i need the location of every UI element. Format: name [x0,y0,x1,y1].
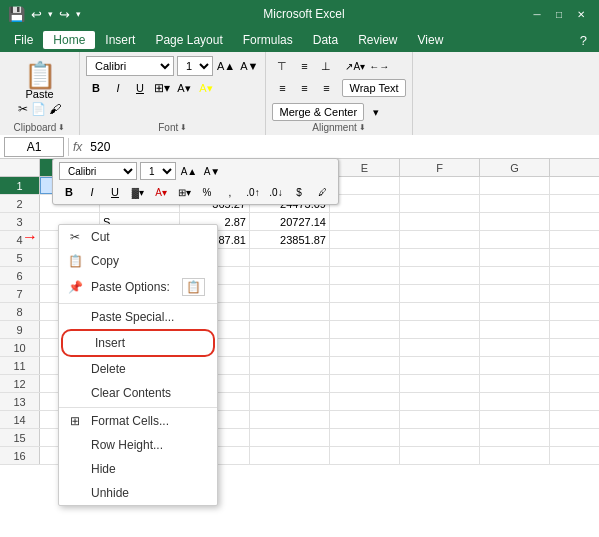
cell[interactable] [480,447,550,464]
copy-button[interactable]: 📄 [31,102,46,116]
align-right-btn[interactable]: ≡ [316,78,336,98]
cell[interactable] [480,411,550,428]
merge-dropdown-btn[interactable]: ▾ [366,102,386,122]
cell[interactable] [330,285,400,302]
cell[interactable] [480,339,550,356]
italic-btn[interactable]: I [108,78,128,98]
help-icon[interactable]: ? [572,31,595,50]
cell[interactable] [400,411,480,428]
undo-icon[interactable]: ↩ [31,7,42,22]
row-number[interactable]: 13 [0,393,40,410]
cell[interactable] [400,393,480,410]
cell[interactable] [400,447,480,464]
context-menu-item-unhide[interactable]: Unhide [59,481,217,505]
font-expand[interactable]: ⬇ [180,123,187,132]
cell[interactable] [480,375,550,392]
cell[interactable] [250,393,330,410]
mini-dollar-btn[interactable]: $ [289,183,309,201]
row-number[interactable]: 5 [0,249,40,266]
cell[interactable] [250,321,330,338]
increase-font-btn[interactable]: A▲ [216,56,236,76]
context-menu-item-row-height[interactable]: Row Height... [59,433,217,457]
paste-button[interactable]: 📋 Paste [24,62,56,100]
cell[interactable] [330,447,400,464]
redo-icon[interactable]: ↪ [59,7,70,22]
row-number[interactable]: 12 [0,375,40,392]
cell[interactable] [400,231,480,248]
cell[interactable]: 23851.87 [250,231,330,248]
cell[interactable] [480,393,550,410]
font-size-select[interactable]: 11 [177,56,213,76]
mini-bold-btn[interactable]: B [59,183,79,201]
mini-increase-font[interactable]: A▲ [179,162,199,180]
context-menu-item-copy[interactable]: 📋Copy [59,249,217,273]
cell[interactable] [250,285,330,302]
cell[interactable] [400,339,480,356]
close-button[interactable]: ✕ [571,4,591,24]
cell[interactable] [250,375,330,392]
align-left-btn[interactable]: ≡ [272,78,292,98]
context-menu-item-clear-contents[interactable]: Clear Contents [59,381,217,405]
context-menu-item-paste-special[interactable]: Paste Special... [59,303,217,329]
cell[interactable] [400,177,480,194]
format-painter-button[interactable]: 🖌 [49,102,61,116]
underline-btn[interactable]: U [130,78,150,98]
mini-dec-inc-btn[interactable]: .0↑ [243,183,263,201]
cell[interactable] [330,195,400,212]
menu-file[interactable]: File [4,31,43,49]
cell[interactable] [400,357,480,374]
merge-center-btn[interactable]: Merge & Center [272,103,364,121]
row-number[interactable]: 11 [0,357,40,374]
cell[interactable]: 20727.14 [250,213,330,230]
context-menu-item-format-cells[interactable]: ⊞Format Cells... [59,407,217,433]
mini-size-select[interactable]: 11 [140,162,176,180]
minimize-button[interactable]: ─ [527,4,547,24]
menu-view[interactable]: View [408,31,454,49]
cell[interactable] [400,429,480,446]
cell[interactable] [400,213,480,230]
cell[interactable] [330,393,400,410]
cell[interactable] [330,411,400,428]
cell[interactable] [250,339,330,356]
cell[interactable] [330,375,400,392]
cell[interactable] [480,231,550,248]
cell[interactable] [400,195,480,212]
menu-formulas[interactable]: Formulas [233,31,303,49]
menu-data[interactable]: Data [303,31,348,49]
cell[interactable] [250,249,330,266]
maximize-button[interactable]: □ [549,4,569,24]
context-menu-item-insert[interactable]: Insert [61,329,215,357]
mini-cond-format-btn[interactable]: 🖊 [312,183,332,201]
row-number[interactable]: 6 [0,267,40,284]
row-number[interactable]: 16 [0,447,40,464]
cell[interactable] [400,285,480,302]
cell[interactable] [330,213,400,230]
paste-option-icon[interactable]: 📋 [182,278,205,296]
cell[interactable] [480,357,550,374]
context-menu-item-delete[interactable]: Delete [59,357,217,381]
mini-thousands-btn[interactable]: , [220,183,240,201]
context-menu-item-cut[interactable]: ✂Cut [59,225,217,249]
cell[interactable] [330,303,400,320]
alignment-expand[interactable]: ⬇ [359,123,366,132]
cut-button[interactable]: ✂ [18,102,28,116]
orient-text-btn[interactable]: ↗A▾ [344,56,366,76]
border-btn[interactable]: ⊞▾ [152,78,172,98]
menu-review[interactable]: Review [348,31,407,49]
cell[interactable] [250,357,330,374]
align-middle-btn[interactable]: ≡ [294,56,314,76]
context-menu-item-hide[interactable]: Hide [59,457,217,481]
cell[interactable] [330,429,400,446]
cell[interactable] [250,303,330,320]
font-color-btn[interactable]: A▾ [196,78,216,98]
mini-dec-dec-btn[interactable]: .0↓ [266,183,286,201]
cell[interactable] [400,267,480,284]
row-number[interactable]: 2 [0,195,40,212]
cell[interactable] [480,267,550,284]
mini-italic-btn[interactable]: I [82,183,102,201]
wrap-text-btn[interactable]: Wrap Text [342,79,405,97]
row-number[interactable]: 14 [0,411,40,428]
cell[interactable] [330,339,400,356]
bold-btn[interactable]: B [86,78,106,98]
mini-fill-btn[interactable]: ▓▾ [128,183,148,201]
